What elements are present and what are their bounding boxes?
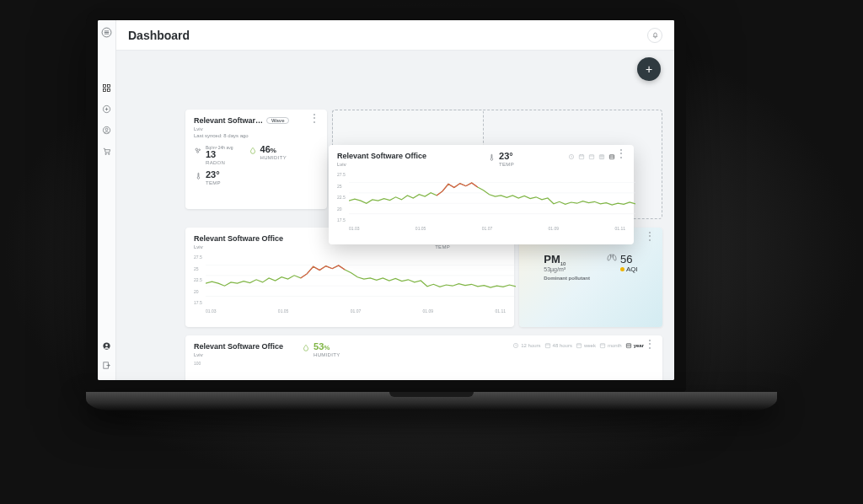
add-fab[interactable]: + bbox=[637, 57, 661, 81]
svg-rect-19 bbox=[599, 155, 603, 159]
svg-rect-2 bbox=[107, 84, 110, 87]
metric-temp: 23° TEMP bbox=[194, 170, 221, 185]
range-week[interactable]: week bbox=[576, 342, 596, 349]
card-title: Relevant Software Office bbox=[337, 152, 426, 160]
drop-icon bbox=[249, 147, 257, 155]
card-menu[interactable]: ⋮ bbox=[645, 341, 656, 346]
metric-radon: Bq/m³ 24h avg 13 RADON bbox=[194, 145, 233, 165]
svg-rect-1 bbox=[103, 84, 105, 87]
header: Dashboard bbox=[116, 20, 674, 51]
temp-chart: 27.52522.52017.5 01.0301.0501.0701.0901.… bbox=[194, 255, 506, 314]
svg-rect-38 bbox=[626, 344, 630, 348]
card-location: Lviv bbox=[337, 162, 426, 167]
timerange bbox=[568, 153, 615, 160]
svg-rect-36 bbox=[576, 344, 581, 348]
card-wave: ⋮ Relevant Softwar… Wave Lviv Last synce… bbox=[185, 110, 327, 209]
card-menu[interactable]: ⋮ bbox=[616, 151, 627, 156]
nav-profile[interactable] bbox=[102, 341, 111, 352]
card-menu[interactable]: ⋮ bbox=[645, 233, 656, 239]
svg-rect-18 bbox=[589, 155, 593, 159]
card-location: Lviv bbox=[194, 126, 319, 131]
range-48h[interactable]: 48 hours bbox=[544, 342, 572, 349]
page-title: Dashboard bbox=[128, 29, 190, 42]
menu-icon[interactable] bbox=[101, 27, 112, 40]
svg-point-6 bbox=[103, 126, 110, 133]
svg-point-15 bbox=[197, 151, 199, 153]
metric-pm: PM10 53µg/m³ Dominant pollutant bbox=[544, 253, 590, 281]
range-week[interactable] bbox=[588, 153, 595, 160]
nav-dashboard[interactable] bbox=[102, 83, 111, 94]
nav-logout[interactable] bbox=[102, 361, 111, 372]
range-year[interactable]: year bbox=[625, 342, 644, 349]
svg-rect-37 bbox=[600, 344, 604, 348]
temp-chart: 27.52522.52017.5 01.0301.0501.0701.0901.… bbox=[337, 172, 625, 231]
drop-icon bbox=[302, 344, 310, 352]
range-12h[interactable]: 12 hours bbox=[512, 342, 540, 349]
lungs-icon bbox=[607, 253, 617, 265]
nav-add[interactable] bbox=[102, 105, 111, 115]
range-12h[interactable] bbox=[568, 153, 575, 160]
svg-point-11 bbox=[105, 344, 108, 346]
svg-rect-4 bbox=[107, 88, 110, 91]
metric-humidity: 46% HUMIDITY bbox=[249, 145, 287, 165]
card-synced: Last synced: 8 days ago bbox=[194, 133, 319, 138]
svg-point-8 bbox=[105, 153, 106, 154]
thermometer-icon bbox=[194, 172, 202, 180]
svg-rect-3 bbox=[103, 88, 105, 91]
svg-rect-17 bbox=[579, 155, 583, 159]
nav-cart[interactable] bbox=[102, 147, 111, 158]
timerange: 12 hours 48 hours week month year bbox=[512, 342, 644, 349]
metric-aqi: 56 AQI bbox=[607, 253, 638, 273]
device-tag: Wave bbox=[266, 117, 289, 124]
svg-point-13 bbox=[196, 148, 198, 151]
notifications-button[interactable] bbox=[647, 28, 662, 43]
svg-point-14 bbox=[199, 149, 201, 151]
card-title: Relevant Softwar… bbox=[194, 116, 263, 125]
svg-rect-35 bbox=[545, 344, 549, 348]
range-year[interactable] bbox=[608, 153, 615, 160]
radon-icon bbox=[194, 147, 202, 155]
range-48h[interactable] bbox=[578, 153, 585, 160]
card-temp-float[interactable]: ⋮ Relevant Software Office Lviv 23°TEMP bbox=[329, 145, 634, 244]
nav-account[interactable] bbox=[102, 126, 111, 137]
sidebar bbox=[98, 20, 116, 380]
range-month[interactable]: month bbox=[599, 342, 622, 349]
range-month[interactable] bbox=[598, 153, 605, 160]
card-menu[interactable]: ⋮ bbox=[309, 115, 320, 121]
card-humidity: ⋮ Relevant Software Office Lviv 53%HUMID… bbox=[185, 335, 662, 380]
svg-rect-20 bbox=[609, 155, 614, 159]
svg-point-7 bbox=[105, 128, 108, 131]
thermometer-icon bbox=[487, 153, 496, 162]
svg-point-9 bbox=[109, 153, 110, 154]
